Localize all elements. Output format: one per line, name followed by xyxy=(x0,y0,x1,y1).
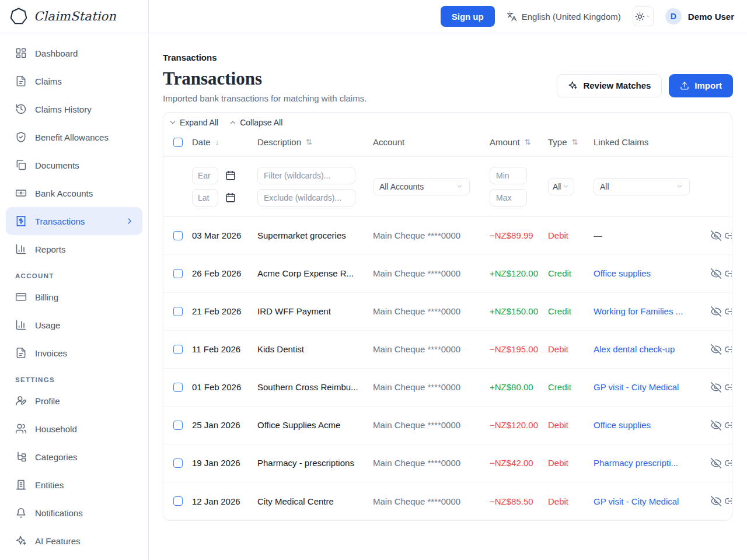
row-linked-claim[interactable]: Office supplies xyxy=(594,420,651,430)
row-description: IRD WFF Payment xyxy=(257,306,373,316)
type-filter-value: All xyxy=(553,182,561,191)
link-icon[interactable] xyxy=(724,419,732,431)
eye-off-icon[interactable] xyxy=(710,306,722,317)
calendar-button[interactable] xyxy=(225,192,236,203)
sidebar-section-settings: SETTINGS xyxy=(0,367,148,387)
row-checkbox[interactable] xyxy=(173,231,183,240)
sidebar-item-invoices[interactable]: Invoices xyxy=(0,339,148,367)
row-checkbox[interactable] xyxy=(173,383,183,392)
column-header-description[interactable]: Description xyxy=(257,137,301,147)
row-checkbox[interactable] xyxy=(173,421,183,430)
row-amount: −NZ$89.99 xyxy=(490,230,548,240)
eye-off-icon[interactable] xyxy=(710,230,722,242)
row-linked-claim[interactable]: GP visit - City Medical xyxy=(594,382,679,392)
row-date: 25 Jan 2026 xyxy=(192,420,257,430)
eye-off-icon[interactable] xyxy=(710,268,722,279)
page-subtitle: Imported bank transactions for matching … xyxy=(163,93,366,103)
sidebar-item-reports[interactable]: Reports xyxy=(0,235,148,263)
sidebar-item-dashboard[interactable]: Dashboard xyxy=(0,39,148,67)
sidebar-item-billing[interactable]: Billing xyxy=(0,283,148,311)
link-icon[interactable] xyxy=(724,457,732,469)
eye-off-icon[interactable] xyxy=(710,495,722,507)
calendar-button[interactable] xyxy=(225,170,236,181)
column-header-amount[interactable]: Amount xyxy=(490,137,520,147)
language-label: English (United Kingdom) xyxy=(522,12,621,22)
eye-off-icon[interactable] xyxy=(710,344,722,355)
sidebar-item-household[interactable]: Household xyxy=(0,415,148,443)
sidebar-item-categories[interactable]: Categories xyxy=(0,443,148,471)
sidebar-item-label: Notifications xyxy=(35,508,83,518)
sidebar-item-label: Invoices xyxy=(35,348,67,358)
row-amount: −NZ$195.00 xyxy=(490,344,548,354)
sidebar-item-claims[interactable]: Claims xyxy=(0,67,148,95)
eye-off-icon[interactable] xyxy=(710,382,722,393)
row-linked-claim[interactable]: Office supplies xyxy=(594,268,651,278)
row-checkbox[interactable] xyxy=(173,345,183,354)
linked-claims-filter-select[interactable]: All xyxy=(594,178,690,195)
date-earliest-input[interactable] xyxy=(192,167,218,184)
row-linked-claim[interactable]: Pharmacy prescripti... xyxy=(594,458,678,468)
review-matches-label: Review Matches xyxy=(583,80,651,90)
description-filter-input[interactable] xyxy=(257,167,355,184)
brand-name: ClaimStation xyxy=(34,9,116,23)
row-checkbox[interactable] xyxy=(173,496,183,506)
column-header-type[interactable]: Type xyxy=(548,137,567,147)
row-linked-claim[interactable]: GP visit - City Medical xyxy=(594,496,679,506)
row-checkbox[interactable] xyxy=(173,307,183,316)
link-icon[interactable] xyxy=(724,344,732,355)
eye-off-icon[interactable] xyxy=(710,419,722,431)
brand-logo[interactable]: ClaimStation xyxy=(0,0,148,33)
sort-icon[interactable]: ⇅ xyxy=(306,138,312,146)
account-filter-select[interactable]: All Accounts xyxy=(373,178,470,195)
main-area: Sign up English (United Kingdom) D Demo … xyxy=(149,0,747,560)
user-menu[interactable]: D Demo User xyxy=(665,8,734,24)
sidebar-item-claims-history[interactable]: Claims History xyxy=(0,95,148,123)
link-icon[interactable] xyxy=(724,268,732,279)
date-latest-input[interactable] xyxy=(192,189,218,206)
collapse-all-button[interactable]: Collapse All xyxy=(229,118,282,127)
row-checkbox[interactable] xyxy=(173,269,183,278)
eye-off-icon[interactable] xyxy=(710,457,722,469)
sidebar-item-usage[interactable]: Usage xyxy=(0,311,148,339)
sidebar-item-label: Benefit Allowances xyxy=(35,132,109,142)
sidebar-item-entities[interactable]: Entities xyxy=(0,471,148,499)
row-linked-claim[interactable]: Alex dental check-up xyxy=(594,344,675,354)
amount-max-input[interactable] xyxy=(490,189,527,206)
expand-all-button[interactable]: Expand All xyxy=(169,118,218,127)
table-row: 21 Feb 2026 IRD WFF Payment Main Cheque … xyxy=(163,293,732,331)
chevron-down-icon xyxy=(645,14,651,19)
sidebar-item-benefit-allowances[interactable]: Benefit Allowances xyxy=(0,123,148,151)
sign-up-button[interactable]: Sign up xyxy=(441,6,495,27)
sidebar-item-transactions[interactable]: Transactions xyxy=(6,207,142,235)
sort-icon[interactable]: ↓ xyxy=(215,138,219,146)
documents-icon xyxy=(15,159,27,171)
column-header-date[interactable]: Date xyxy=(192,137,211,147)
theme-toggle-button[interactable] xyxy=(633,6,654,26)
row-amount: +NZ$120.00 xyxy=(490,268,548,278)
sidebar-item-notifications[interactable]: Notifications xyxy=(0,499,148,527)
row-linked-claim[interactable]: Working for Families ... xyxy=(594,306,683,316)
type-filter-select[interactable]: All xyxy=(548,178,574,195)
description-exclude-input[interactable] xyxy=(257,189,355,206)
link-icon[interactable] xyxy=(724,230,732,242)
row-actions xyxy=(702,230,732,242)
import-button[interactable]: Import xyxy=(669,74,733,97)
select-all-checkbox[interactable] xyxy=(173,138,183,147)
amount-filter xyxy=(490,167,548,206)
sidebar-item-label: Claims History xyxy=(35,104,92,114)
sidebar-item-profile[interactable]: Profile xyxy=(0,387,148,415)
row-checkbox[interactable] xyxy=(173,459,183,468)
sidebar-item-label: Household xyxy=(35,424,77,434)
language-selector[interactable]: English (United Kingdom) xyxy=(507,11,621,22)
sidebar-item-ai-features[interactable]: AI Features xyxy=(0,527,148,555)
link-icon[interactable] xyxy=(724,382,732,393)
sort-icon[interactable]: ⇅ xyxy=(572,138,578,146)
review-matches-button[interactable]: Review Matches xyxy=(557,74,662,97)
sort-icon[interactable]: ⇅ xyxy=(525,138,531,146)
sidebar-item-bank-accounts[interactable]: Bank Accounts xyxy=(0,179,148,207)
sidebar-item-documents[interactable]: Documents xyxy=(0,151,148,179)
description-filter xyxy=(257,167,373,206)
link-icon[interactable] xyxy=(724,495,732,507)
link-icon[interactable] xyxy=(724,306,732,317)
amount-min-input[interactable] xyxy=(490,167,527,184)
